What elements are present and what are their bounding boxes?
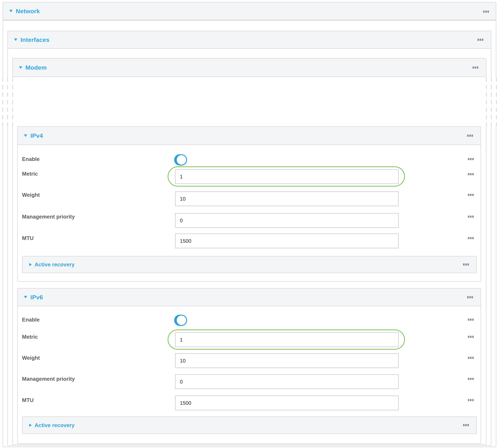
dashed-border-right-middle [491, 78, 492, 126]
ipv6-weight-label: Weight [22, 355, 40, 361]
modem-section-header[interactable]: Modem [12, 58, 486, 77]
ipv4-weight-label: Weight [22, 192, 40, 198]
ipv6-menu-dots-icon[interactable] [467, 296, 473, 298]
ipv4-management-priority-input[interactable] [175, 213, 399, 228]
ipv6-mtu-input[interactable] [175, 396, 399, 410]
ipv4-enable-toggle[interactable] [174, 154, 187, 165]
ipv6-metric-input[interactable] [175, 332, 399, 347]
modem-menu-dots-icon[interactable] [472, 66, 478, 69]
interfaces-menu-dots-icon[interactable] [477, 39, 483, 41]
ipv4-enable-label: Enable [22, 156, 40, 162]
dashed-border-left-middle [7, 78, 8, 126]
ipv6-mtu-label: MTU [22, 398, 34, 403]
ipv4-mtu-label: MTU [22, 236, 34, 241]
ipv4-weight-input[interactable] [175, 192, 399, 206]
ipv6-active-recovery-menu-dots-icon[interactable] [463, 424, 469, 426]
ipv6-section-title: IPv6 [30, 294, 43, 301]
network-section-header[interactable]: Network [2, 2, 496, 20]
ipv6-section-header[interactable]: IPv6 [17, 288, 481, 306]
chevron-down-icon[interactable] [19, 66, 22, 69]
ipv4-active-recovery-header[interactable]: Active recovery [22, 256, 477, 273]
ipv4-section-title: IPv4 [30, 132, 43, 139]
chevron-down-icon[interactable] [14, 38, 17, 41]
chevron-down-icon[interactable] [24, 134, 27, 137]
ipv6-management-priority-menu-dots-icon[interactable] [468, 378, 474, 380]
ipv4-mtu-menu-dots-icon[interactable] [468, 237, 474, 239]
chevron-down-icon[interactable] [9, 10, 13, 12]
ipv4-section-header[interactable]: IPv4 [17, 126, 481, 145]
ipv4-metric-label: Metric [22, 171, 38, 176]
ipv6-mtu-menu-dots-icon[interactable] [468, 399, 474, 401]
ipv4-menu-dots-icon[interactable] [467, 135, 473, 137]
ipv6-enable-label: Enable [22, 317, 40, 322]
ipv6-management-priority-input[interactable] [175, 374, 399, 389]
ipv6-active-recovery-header[interactable]: Active recovery [22, 416, 477, 434]
ipv4-management-priority-label: Management priority [22, 214, 75, 219]
ipv6-active-recovery-title: Active recovery [34, 422, 74, 428]
chevron-down-icon[interactable] [24, 296, 27, 298]
ipv6-enable-toggle[interactable] [174, 315, 187, 326]
chevron-right-icon[interactable] [29, 263, 32, 266]
ipv6-enable-menu-dots-icon[interactable] [468, 319, 474, 321]
ipv4-active-recovery-menu-dots-icon[interactable] [463, 263, 469, 266]
ipv4-management-priority-menu-dots-icon[interactable] [468, 216, 474, 218]
toggle-knob [177, 155, 186, 165]
ipv4-mtu-input[interactable] [175, 234, 399, 248]
ipv4-weight-menu-dots-icon[interactable] [468, 194, 474, 196]
ipv6-weight-input[interactable] [175, 353, 399, 368]
ipv6-metric-label: Metric [22, 334, 38, 339]
device-config-page: Network Interfaces Modem IPv4 Enable Met… [0, 0, 499, 448]
dashed-border-left-inner [12, 78, 13, 126]
omitted-content-band [0, 78, 499, 126]
dashed-border-right-outer [496, 78, 497, 126]
ipv4-metric-input[interactable] [175, 169, 399, 184]
modem-section-title: Modem [25, 64, 47, 71]
ipv4-active-recovery-title: Active recovery [34, 261, 74, 268]
dashed-border-left-outer [2, 78, 3, 126]
ipv4-metric-menu-dots-icon[interactable] [468, 173, 474, 175]
dashed-border-right-inner [486, 78, 487, 126]
network-section-title: Network [16, 8, 40, 15]
interfaces-section-header[interactable]: Interfaces [7, 31, 491, 49]
toggle-knob [177, 316, 186, 325]
ipv6-management-priority-label: Management priority [22, 376, 75, 382]
network-menu-dots-icon[interactable] [483, 11, 489, 13]
ipv6-weight-menu-dots-icon[interactable] [468, 357, 474, 359]
chevron-right-icon[interactable] [29, 424, 32, 427]
ipv6-metric-menu-dots-icon[interactable] [468, 336, 474, 338]
interfaces-section-title: Interfaces [20, 36, 50, 43]
ipv4-enable-menu-dots-icon[interactable] [468, 158, 474, 160]
